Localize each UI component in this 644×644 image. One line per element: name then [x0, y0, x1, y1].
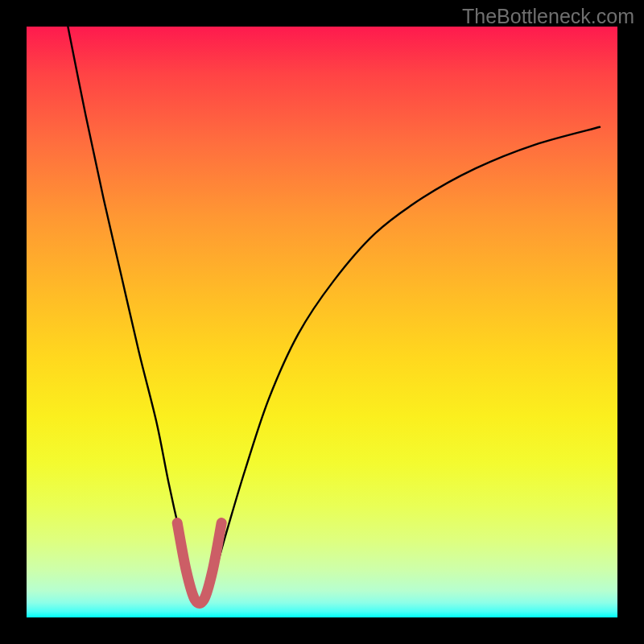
- main-curve-path: [68, 27, 600, 604]
- chart-container: TheBottleneck.com: [0, 0, 644, 644]
- watermark-text: TheBottleneck.com: [462, 5, 634, 28]
- plot-area: [27, 27, 617, 617]
- curve-svg: [27, 27, 617, 617]
- highlight-curve-path: [177, 523, 221, 604]
